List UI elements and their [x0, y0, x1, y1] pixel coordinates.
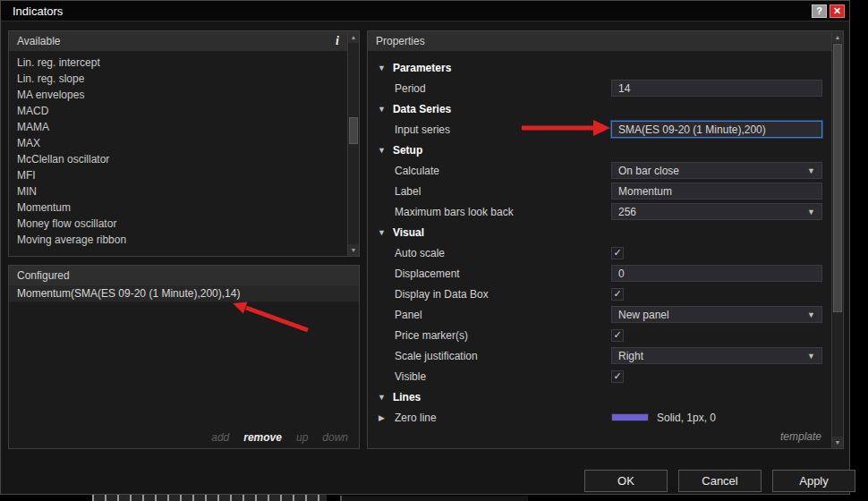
properties-header-label: Properties — [376, 35, 425, 47]
group-parameters[interactable]: ▼Parameters — [368, 57, 831, 78]
property-value: ✓ — [611, 367, 822, 386]
info-icon[interactable]: i — [336, 34, 339, 48]
chevron-down-icon: ▼ — [807, 166, 815, 175]
display-in-data-box-checkbox[interactable]: ✓ — [611, 288, 624, 301]
available-scrollbar[interactable]: ▲ ▼ — [347, 31, 359, 256]
remove-button[interactable]: remove — [243, 431, 282, 444]
property-row: PanelNew panel▼ — [368, 304, 831, 325]
property-label: Price marker(s) — [395, 329, 468, 342]
configured-panel: Configured Momentum(SMA(ES 09-20 (1 Minu… — [8, 265, 360, 449]
property-label: Displacement — [395, 267, 460, 280]
group-lines[interactable]: ▼Lines — [368, 386, 831, 407]
property-label: Maximum bars look back — [395, 206, 514, 218]
property-value: 0 — [611, 264, 822, 283]
available-item-lin-reg-slope[interactable]: Lin. reg. slope — [9, 71, 359, 87]
properties-header: Properties — [368, 31, 831, 51]
chevron-down-icon: ▼ — [378, 146, 386, 155]
chevron-down-icon: ▼ — [378, 228, 386, 237]
group-data-series[interactable]: ▼Data Series — [368, 98, 831, 119]
available-item-ma-envelopes[interactable]: MA envelopes — [9, 87, 359, 103]
scroll-down-icon[interactable]: ▼ — [832, 437, 843, 448]
scroll-up-icon[interactable]: ▲ — [832, 31, 843, 43]
auto-scale-checkbox[interactable]: ✓ — [611, 247, 624, 259]
property-label: Auto scale — [395, 247, 445, 259]
property-value: New panel▼ — [611, 305, 822, 324]
property-row: CalculateOn bar close▼ — [368, 160, 831, 181]
price-marker-s-checkbox[interactable]: ✓ — [611, 329, 624, 342]
indicators-dialog: Indicators ? ✕ Available i Lin. reg. int… — [0, 0, 850, 495]
property-label: Zero line — [395, 412, 437, 424]
properties-panel: Properties ▼ParametersPeriod14▼Data Seri… — [367, 30, 844, 449]
group-visual[interactable]: ▼Visual — [368, 222, 831, 242]
panel-select[interactable]: New panel▼ — [611, 306, 822, 323]
property-row: Maximum bars look back256▼ — [368, 201, 831, 222]
check-icon: ✓ — [613, 248, 621, 258]
available-item-mcclellan-oscillator[interactable]: McClellan oscillator — [9, 151, 359, 167]
check-icon: ✓ — [613, 330, 621, 340]
available-item-mfi[interactable]: MFI — [9, 167, 359, 183]
property-label: Calculate — [395, 165, 439, 177]
property-row: LabelMomentum — [368, 181, 831, 201]
period-input[interactable]: 14 — [611, 80, 822, 97]
property-value: ✓ — [611, 326, 822, 344]
property-row: Price marker(s)✓ — [368, 325, 831, 345]
property-value: Right▼ — [611, 346, 822, 365]
cancel-button[interactable]: Cancel — [678, 470, 762, 492]
available-item-money-flow-oscillator[interactable]: Money flow oscillator — [9, 216, 359, 232]
maximum-bars-look-back-select[interactable]: 256▼ — [611, 203, 822, 220]
configured-header: Configured — [9, 266, 359, 285]
property-label: Scale justification — [395, 350, 478, 362]
dialog-title: Indicators — [13, 4, 63, 18]
visible-checkbox[interactable]: ✓ — [611, 370, 624, 383]
scrollbar-thumb[interactable] — [833, 44, 842, 312]
available-list: Lin. reg. interceptLin. reg. slopeMA env… — [9, 51, 359, 248]
properties-scrollbar[interactable]: ▲ ▼ — [831, 31, 843, 448]
expand-right-icon[interactable]: ▶ — [379, 413, 395, 422]
ok-button[interactable]: OK — [584, 470, 668, 492]
calculate-select[interactable]: On bar close▼ — [611, 162, 822, 179]
title-bar[interactable]: Indicators ? ✕ — [1, 1, 849, 21]
properties-grid: ▼ParametersPeriod14▼Data SeriesInput ser… — [368, 51, 831, 448]
property-label: Display in Data Box — [395, 288, 489, 301]
input-series-input[interactable]: SMA(ES 09-20 (1 Minute),200) — [611, 121, 822, 138]
check-icon: ✓ — [613, 371, 621, 381]
available-item-mama[interactable]: MAMA — [9, 119, 359, 135]
available-item-lin-reg-intercept[interactable]: Lin. reg. intercept — [9, 55, 359, 71]
displacement-input[interactable]: 0 — [611, 265, 822, 282]
scrollbar-thumb[interactable] — [349, 117, 358, 144]
property-value: On bar close▼ — [611, 161, 822, 180]
close-button[interactable]: ✕ — [830, 4, 845, 18]
scroll-down-icon[interactable]: ▼ — [348, 244, 359, 256]
property-value: 256▼ — [611, 202, 822, 221]
group-label: Data Series — [393, 103, 451, 115]
property-row: Visible✓ — [368, 366, 831, 386]
available-item-momentum[interactable]: Momentum — [9, 200, 359, 216]
property-row: ▶Zero lineSolid, 1px, 0 — [368, 407, 831, 428]
chevron-down-icon: ▼ — [378, 105, 386, 114]
available-panel: Available i Lin. reg. interceptLin. reg.… — [8, 30, 360, 257]
group-setup[interactable]: ▼Setup — [368, 140, 831, 160]
available-item-max[interactable]: MAX — [9, 135, 359, 151]
template-link[interactable]: template — [780, 430, 821, 443]
apply-button[interactable]: Apply — [772, 470, 855, 492]
available-header: Available i — [9, 31, 347, 51]
configured-actions: addremoveupdown — [211, 431, 348, 444]
add-button[interactable]: add — [211, 431, 229, 444]
configured-item[interactable]: Momentum(SMA(ES 09-20 (1 Minute),200),14… — [9, 285, 359, 302]
available-item-moving-average-ribbon[interactable]: Moving average ribbon — [9, 232, 359, 248]
chevron-down-icon: ▼ — [378, 64, 386, 72]
down-button[interactable]: down — [322, 431, 348, 444]
zero-line-style[interactable]: Solid, 1px, 0 — [611, 412, 716, 424]
up-button[interactable]: up — [296, 431, 308, 444]
chevron-down-icon: ▼ — [807, 208, 815, 217]
available-item-macd[interactable]: MACD — [9, 103, 359, 119]
configured-header-label: Configured — [17, 269, 70, 282]
help-button[interactable]: ? — [812, 4, 827, 18]
scroll-up-icon[interactable]: ▲ — [348, 31, 359, 43]
property-row: Auto scale✓ — [368, 242, 831, 263]
property-row: Displacement0 — [368, 263, 831, 284]
available-item-min[interactable]: MIN — [9, 183, 359, 200]
scale-justification-select[interactable]: Right▼ — [611, 347, 822, 364]
property-label: Panel — [395, 309, 422, 321]
label-input[interactable]: Momentum — [611, 183, 822, 200]
